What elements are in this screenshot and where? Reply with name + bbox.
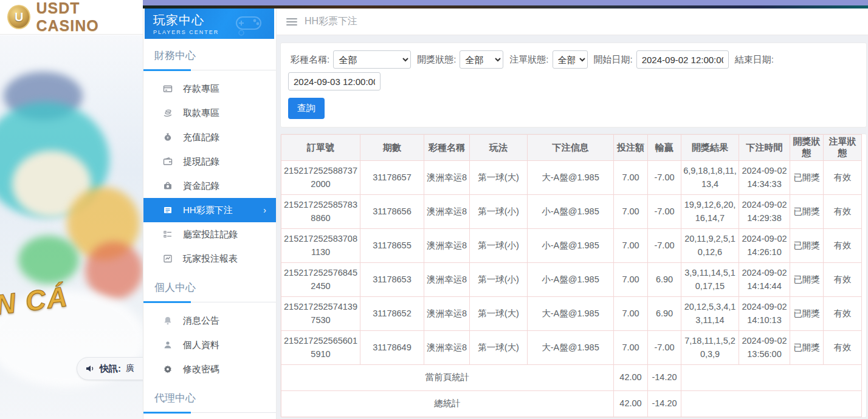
cell-bet-amount: 7.00 [614, 297, 648, 331]
table-row: 2152172525837081130 31178655 澳洲幸运8 第一球(小… [281, 229, 862, 263]
sidebar-item-lottery-bets[interactable]: HH彩票下注 › [143, 198, 276, 222]
cell-draw-status: 已開獎 [790, 161, 824, 195]
sidebar-item-withdraw[interactable]: 取款專區 [143, 101, 276, 125]
table-row: 2152172525741397530 31178652 澳洲幸运8 第一球(大… [281, 297, 862, 331]
cell-order-status: 有效 [824, 297, 862, 331]
cell-lottery-name: 澳洲幸运8 [424, 161, 470, 195]
order-status-select[interactable]: 全部 [553, 50, 588, 69]
cell-winloss: -7.00 [648, 195, 681, 229]
main-area: HH彩票下注 彩種名稱: 全部 開獎狀態: 全部 注單狀態: 全部 開始日期: … [277, 9, 868, 419]
cell-winloss: -7.00 [648, 229, 681, 263]
ticker-label: 快訊: [100, 363, 121, 375]
artwork-blob [85, 242, 143, 299]
sidebar-item-deposit[interactable]: 存款專區 [143, 77, 276, 101]
cell-bet-time: 2024-09-02 14:26:10 [739, 229, 790, 263]
cell-bet-info: 小-A盤@1.985 [528, 229, 614, 263]
bell-icon [162, 316, 173, 326]
lottery-name-select[interactable]: 全部 [333, 50, 411, 69]
cell-order-no: 2152172525887372000 [281, 161, 360, 195]
cell-order-status: 有效 [824, 161, 862, 195]
grand-summary-row: 總統計 42.00 -14.20 [281, 391, 862, 417]
left-promo-panel: U USDT CASINO N CÁ 快訊: 廣 [0, 0, 143, 419]
table-header: 訂單號期數彩種名稱玩法下注信息投注額輸贏開獎結果下注時間開獎狀態注單狀態 [281, 135, 862, 161]
sidebar-item-label: 充值記錄 [183, 132, 219, 143]
search-button[interactable]: 查詢 [288, 98, 325, 119]
lottery-list-icon [162, 205, 173, 216]
cell-bet-time: 2024-09-02 14:29:38 [739, 195, 790, 229]
column-header: 注單狀態 [824, 135, 862, 161]
cell-play-type: 第一球(小) [470, 229, 528, 263]
cell-play-type: 第一球(大) [470, 331, 528, 365]
cell-winloss: -7.00 [648, 161, 681, 195]
artwork-blob [18, 236, 79, 284]
cell-order-no: 2152172525741397530 [281, 297, 360, 331]
summary-bet-total: 42.00 [614, 391, 648, 417]
money-bag-icon [162, 132, 173, 143]
column-header: 輸贏 [648, 135, 681, 161]
cell-order-no: 2152172525857838860 [281, 195, 360, 229]
cell-order-status: 有效 [824, 263, 862, 297]
cell-bet-amount: 7.00 [614, 229, 648, 263]
cell-draw-status: 已開獎 [790, 331, 824, 365]
cell-bet-info: 大-A盤@1.985 [528, 161, 614, 195]
cell-play-type: 第一球(小) [470, 195, 528, 229]
ticker-text: 廣 [126, 363, 134, 374]
gamepad-icon [234, 12, 268, 36]
sidebar-item-player-report[interactable]: 玩家投注報表 [143, 247, 276, 271]
cell-bet-info: 大-A盤@1.985 [528, 297, 614, 331]
sidebar-item-label: 取款專區 [183, 107, 219, 119]
cell-bet-time: 2024-09-02 14:14:44 [739, 263, 790, 297]
hamburger-menu-icon[interactable] [286, 18, 297, 26]
sidebar-item-change-password[interactable]: 修改密碼 [143, 357, 276, 381]
cell-period: 31178656 [360, 195, 424, 229]
bets-table: 訂單號期數彩種名稱玩法下注信息投注額輸贏開獎結果下注時間開獎狀態注單狀態 215… [281, 134, 862, 417]
top-strip-purple [143, 0, 868, 5]
bets-table-card: 訂單號期數彩種名稱玩法下注信息投注額輸贏開獎結果下注時間開獎狀態注單狀態 215… [280, 134, 867, 418]
summary-bet-total: 42.00 [614, 365, 648, 391]
sidebar-item-funds-record[interactable]: 資金記錄 [143, 174, 276, 198]
sidebar: 玩家中心 PLAYERS CENTER 財務中心 存款專區 取款專區 充值記錄 … [143, 9, 277, 419]
start-date-input[interactable] [636, 50, 729, 69]
sidebar-item-label: 資金記錄 [183, 180, 219, 192]
end-date-input[interactable] [288, 72, 381, 90]
sidebar-item-label: 廳室投註記錄 [183, 229, 238, 240]
cell-draw-result: 6,9,18,1,8,11,13,4 [681, 161, 739, 195]
column-header: 玩法 [470, 135, 528, 161]
sidebar-item-withdrawal-record[interactable]: 提現記錄 [143, 149, 276, 174]
cell-lottery-name: 澳洲幸运8 [424, 263, 470, 297]
section-divider [143, 412, 276, 413]
cell-play-type: 第一球(大) [470, 161, 528, 195]
cell-winloss: -7.00 [648, 331, 681, 365]
sidebar-item-label: 存款專區 [183, 83, 219, 95]
filter-row: 彩種名稱: 全部 開獎狀態: 全部 注單狀態: 全部 開始日期: 結束日期: [288, 50, 859, 90]
cell-draw-result: 3,9,11,14,5,10,17,15 [681, 263, 739, 297]
cell-bet-amount: 7.00 [614, 331, 648, 365]
draw-status-select[interactable]: 全部 [460, 50, 503, 69]
cell-lottery-name: 澳洲幸运8 [424, 331, 470, 365]
sidebar-item-profile[interactable]: 個人資料 [143, 333, 276, 357]
sidebar-item-label: 修改密碼 [183, 364, 219, 375]
sidebar-item-announcements[interactable]: 消息公告 [143, 308, 276, 333]
end-date-label: 結束日期: [735, 54, 774, 66]
summary-empty [681, 391, 862, 417]
withdraw-hand-icon [162, 108, 173, 118]
sidebar-item-label: 提現記錄 [183, 156, 219, 168]
cell-period: 31178655 [360, 229, 424, 263]
sidebar-section-finance: 財務中心 [143, 39, 276, 66]
summary-winloss-total: -14.20 [648, 391, 681, 417]
sidebar-item-recharge-record[interactable]: 充值記錄 [143, 125, 276, 149]
table-row: 2152172525857838860 31178656 澳洲幸运8 第一球(小… [281, 195, 862, 229]
cell-order-status: 有效 [824, 229, 862, 263]
sidebar-item-room-bet-record[interactable]: 廳室投註記錄 [143, 222, 276, 247]
sidebar-section-personal: 個人中心 [143, 271, 276, 298]
sidebar-header: 玩家中心 PLAYERS CENTER [145, 9, 274, 39]
wallet-icon [162, 157, 173, 167]
coin-logo-icon: U [7, 5, 30, 29]
cell-lottery-name: 澳洲幸运8 [424, 297, 470, 331]
breadcrumb: HH彩票下注 [305, 15, 357, 28]
table-row: 2152172525887372000 31178657 澳洲幸运8 第一球(大… [281, 161, 862, 195]
chevron-right-icon: › [263, 205, 266, 215]
cell-period: 31178657 [360, 161, 424, 195]
table-row: 2152172525656015910 31178649 澳洲幸运8 第一球(大… [281, 331, 862, 365]
cell-bet-amount: 7.00 [614, 161, 648, 195]
